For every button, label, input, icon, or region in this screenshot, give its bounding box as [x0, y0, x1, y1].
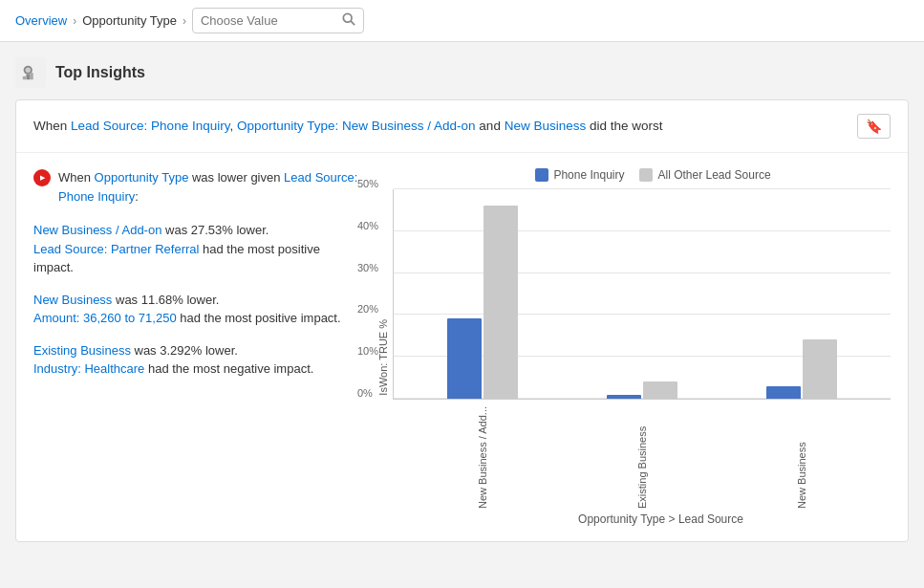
legend-label-gray: All Other Lead Source	[657, 168, 770, 182]
svg-point-0	[343, 13, 352, 22]
breadcrumb-sep-2: ›	[183, 14, 186, 28]
insight-link-phone-inquiry[interactable]: Phone Inquiry	[58, 189, 135, 204]
bar-group3-gray	[803, 339, 837, 399]
svg-point-3	[26, 68, 32, 74]
bookmark-button[interactable]: 🔖	[857, 114, 891, 139]
x-axis: New Business / Add... Existing Business …	[393, 403, 891, 509]
insight-bullet: When Opportunity Type was lower given Le…	[33, 168, 358, 206]
insights-title: Top Insights	[55, 64, 145, 81]
header-prefix: When	[33, 119, 67, 133]
choose-value-input[interactable]	[201, 13, 336, 28]
bar-group2-gray	[643, 381, 677, 399]
breadcrumb-sep-1: ›	[73, 14, 76, 28]
left-panel: When Opportunity Type was lower given Le…	[33, 168, 358, 526]
sub1-link1[interactable]: New Business / Add-on	[33, 223, 161, 237]
bar-group-1	[447, 206, 518, 399]
header-suffix: did the worst	[590, 119, 663, 133]
x-label-1: New Business / Add...	[477, 403, 488, 509]
header-link-lead-source[interactable]: Lead Source: Phone Inquiry	[71, 119, 229, 133]
bar-groups	[394, 189, 891, 399]
legend-label-blue: Phone Inquiry	[553, 168, 624, 182]
insight-middle: was lower given	[192, 170, 281, 185]
header-link-new-business[interactable]: New Business	[505, 119, 587, 133]
svg-rect-5	[23, 76, 27, 80]
bar-group-2	[607, 381, 677, 399]
sub-insights: New Business / Add-on was 27.53% lower. …	[33, 221, 358, 379]
sub-insight-1: New Business / Add-on was 27.53% lower. …	[33, 221, 358, 277]
card-body: When Opportunity Type was lower given Le…	[16, 153, 908, 541]
x-label-2: Existing Business	[636, 403, 648, 509]
main-content: Top Insights When Lead Source: Phone Inq…	[0, 42, 924, 557]
legend-phone-inquiry: Phone Inquiry	[535, 168, 624, 182]
bar-group2-blue	[607, 395, 641, 399]
sub2-link1[interactable]: New Business	[33, 293, 112, 307]
chart-inner: 50% 40% 30% 20%	[393, 189, 891, 526]
card-header: When Lead Source: Phone Inquiry, Opportu…	[16, 100, 908, 153]
x-label-wrap-1: New Business / Add...	[446, 403, 519, 509]
sub2-link2[interactable]: Amount: 36,260 to 71,250	[33, 311, 177, 325]
insight-text: When Opportunity Type was lower given Le…	[58, 168, 358, 206]
insight-colon: :	[135, 189, 139, 204]
x-label-wrap-3: New Business	[765, 403, 838, 509]
legend-swatch-blue	[535, 168, 548, 182]
bar-group-3	[766, 339, 837, 399]
breadcrumb-overview[interactable]: Overview	[15, 13, 67, 28]
legend-other-lead-source: All Other Lead Source	[639, 168, 770, 182]
svg-line-1	[351, 21, 355, 25]
y-tick-40: 40%	[357, 220, 378, 231]
sub-insight-2: New Business was 11.68% lower. Amount: 3…	[33, 291, 358, 328]
legend-swatch-gray	[639, 168, 653, 182]
x-label-3: New Business	[796, 403, 807, 509]
y-tick-10: 10%	[357, 345, 378, 357]
insights-icon	[15, 57, 46, 88]
insight-prefix: When	[58, 170, 91, 185]
svg-rect-4	[26, 75, 30, 80]
insight-link-lead-source-label[interactable]: Lead Source:	[284, 170, 357, 185]
insight-red-icon	[33, 169, 51, 186]
top-insights-header: Top Insights	[15, 57, 909, 88]
header-and: and	[479, 119, 501, 133]
insight-link-opportunity-type[interactable]: Opportunity Type	[95, 170, 189, 185]
bar-group1-gray	[483, 206, 518, 399]
sub3-link2[interactable]: Industry: Healthcare	[33, 361, 144, 376]
chart-area: IsWon: TRUE % 50% 40% 30%	[377, 189, 891, 526]
y-tick-30: 30%	[357, 262, 378, 273]
chart-grid: 50% 40% 30% 20%	[393, 189, 891, 400]
breadcrumb-opportunity-type: Opportunity Type	[82, 13, 177, 28]
sub1-link2[interactable]: Lead Source: Partner Referral	[33, 242, 199, 256]
search-icon	[342, 12, 355, 29]
bar-group3-blue	[766, 386, 801, 399]
header-link-opportunity-type[interactable]: Opportunity Type: New Business / Add-on	[237, 119, 476, 133]
bar-group1-blue	[447, 318, 482, 399]
x-axis-title: Opportunity Type > Lead Source	[431, 512, 891, 526]
choose-value-search[interactable]	[192, 8, 364, 33]
sub3-link1[interactable]: Existing Business	[33, 343, 131, 358]
insight-card: When Lead Source: Phone Inquiry, Opportu…	[15, 99, 909, 542]
x-label-wrap-2: Existing Business	[606, 403, 678, 509]
sub-insight-3: Existing Business was 3.292% lower. Indu…	[33, 341, 358, 379]
svg-rect-6	[30, 73, 33, 79]
y-tick-50: 50%	[357, 178, 378, 189]
y-tick-20: 20%	[357, 303, 378, 315]
card-header-text: When Lead Source: Phone Inquiry, Opportu…	[33, 118, 663, 136]
chart-legend: Phone Inquiry All Other Lead Source	[416, 168, 891, 182]
y-axis-label: IsWon: TRUE %	[377, 319, 389, 396]
right-panel: Phone Inquiry All Other Lead Source IsWo…	[377, 168, 891, 526]
breadcrumb-bar: Overview › Opportunity Type ›	[0, 0, 924, 42]
y-tick-0: 0%	[357, 387, 373, 399]
